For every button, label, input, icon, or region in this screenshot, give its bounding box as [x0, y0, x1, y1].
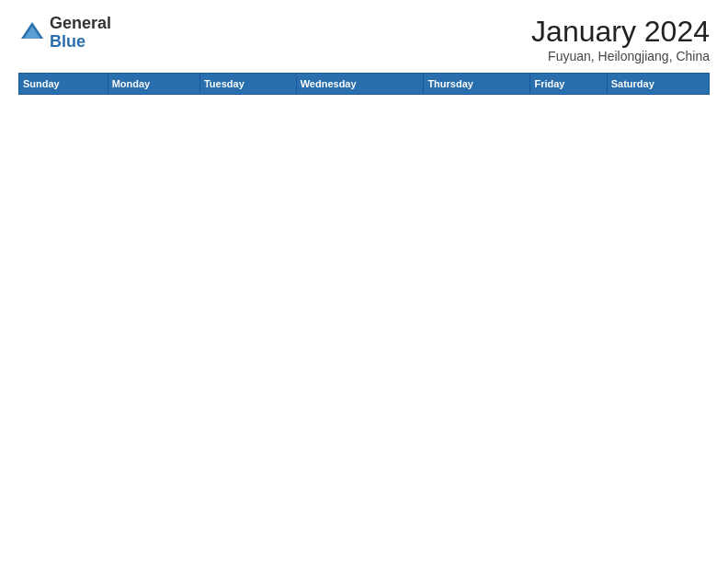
month-title: January 2024 — [531, 15, 710, 49]
col-friday: Friday — [530, 74, 607, 95]
col-sunday: Sunday — [19, 74, 108, 95]
logo-blue: Blue — [50, 33, 111, 52]
logo-icon — [18, 19, 46, 47]
header: General Blue January 2024 Fuyuan, Heilon… — [18, 15, 710, 63]
col-monday: Monday — [108, 74, 199, 95]
header-row: Sunday Monday Tuesday Wednesday Thursday… — [19, 74, 710, 95]
col-thursday: Thursday — [424, 74, 530, 95]
logo: General Blue — [18, 15, 111, 52]
title-block: January 2024 Fuyuan, Heilongjiang, China — [531, 15, 710, 63]
col-tuesday: Tuesday — [199, 74, 296, 95]
page: General Blue January 2024 Fuyuan, Heilon… — [0, 0, 728, 563]
logo-general: General — [50, 15, 111, 33]
logo-text: General Blue — [50, 15, 111, 52]
location-title: Fuyuan, Heilongjiang, China — [531, 49, 710, 63]
col-saturday: Saturday — [607, 74, 709, 95]
col-wednesday: Wednesday — [296, 74, 424, 95]
calendar-table: Sunday Monday Tuesday Wednesday Thursday… — [18, 73, 710, 554]
